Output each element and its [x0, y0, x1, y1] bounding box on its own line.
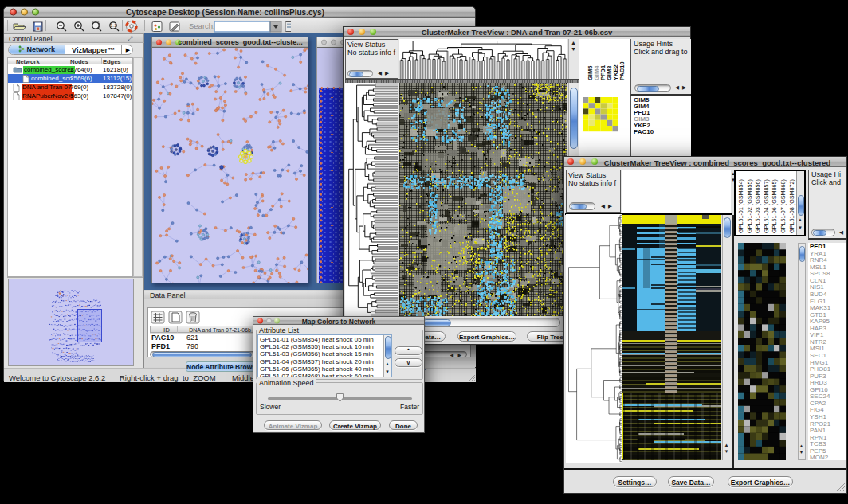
svg-text:Search:: Search:: [189, 21, 215, 30]
svg-text:1:1: 1:1: [111, 23, 117, 28]
